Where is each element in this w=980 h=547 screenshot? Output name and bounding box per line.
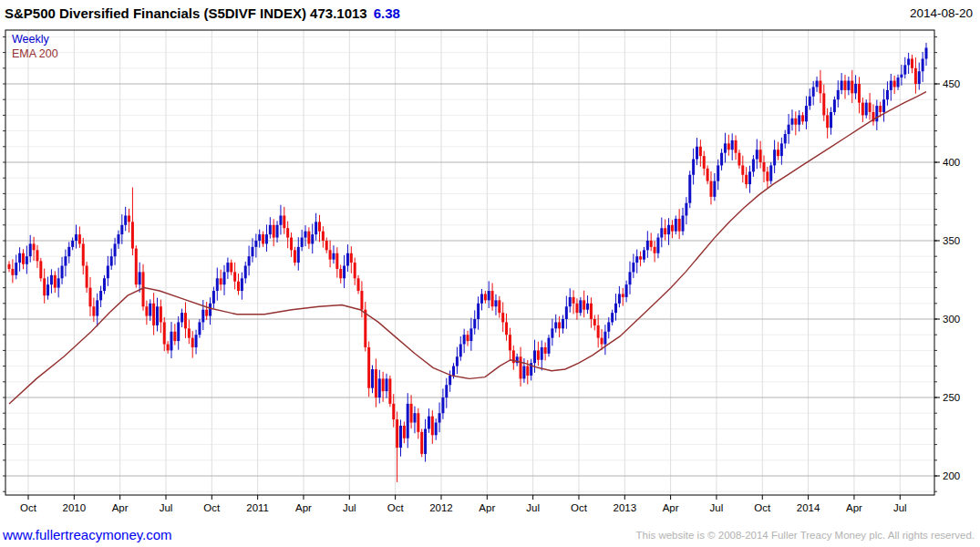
svg-text:Apr: Apr	[112, 502, 129, 513]
svg-text:Oct: Oct	[20, 502, 37, 513]
svg-text:Apr: Apr	[295, 502, 312, 513]
website-link[interactable]: www.fullertreacymoney.com	[3, 527, 172, 542]
svg-text:2013: 2013	[613, 502, 636, 513]
svg-text:Apr: Apr	[846, 502, 862, 513]
svg-text:Apr: Apr	[663, 502, 679, 513]
svg-text:450: 450	[943, 78, 960, 89]
svg-text:2010: 2010	[63, 502, 87, 513]
svg-text:Jul: Jul	[710, 502, 724, 513]
legend-series-label: Weekly	[12, 32, 58, 46]
svg-text:200: 200	[943, 470, 960, 481]
svg-text:Oct: Oct	[387, 502, 405, 513]
svg-text:Oct: Oct	[203, 502, 221, 513]
svg-text:2014: 2014	[797, 502, 820, 513]
legend-ema-label: EMA 200	[12, 46, 58, 61]
price-chart: 450400350300250200Oct2010AprJulOct2011Ap…	[0, 0, 980, 520]
svg-text:Jul: Jul	[526, 502, 540, 513]
chart-window: S&P500 Diversified Financials (S5DIVF IN…	[0, 0, 980, 547]
chart-legend: Weekly EMA 200	[12, 32, 58, 61]
svg-text:Oct: Oct	[571, 502, 588, 513]
svg-text:2011: 2011	[246, 502, 269, 513]
svg-text:Jul: Jul	[893, 502, 907, 513]
copyright-text: This website is © 2008-2014 Fuller Treac…	[635, 530, 975, 541]
svg-text:400: 400	[943, 157, 960, 168]
svg-text:Jul: Jul	[343, 502, 356, 513]
svg-text:Jul: Jul	[160, 502, 173, 513]
svg-text:Apr: Apr	[479, 502, 495, 513]
svg-text:350: 350	[943, 235, 960, 246]
svg-text:Oct: Oct	[754, 502, 771, 513]
svg-text:300: 300	[943, 314, 960, 325]
svg-text:250: 250	[943, 392, 960, 403]
svg-text:2012: 2012	[429, 502, 453, 513]
